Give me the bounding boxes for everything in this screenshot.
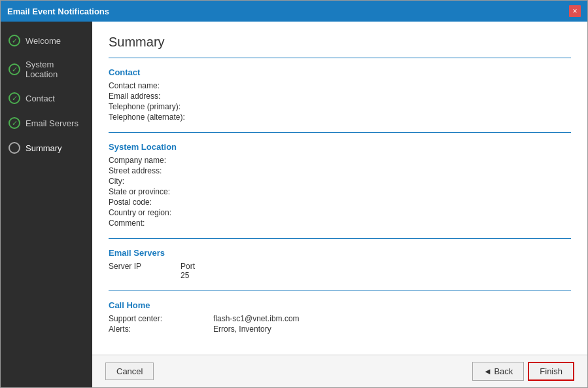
dialog: Email Event Notifications × ✓ Welcome ✓ … — [0, 0, 588, 388]
email-address-label: Email address: — [109, 92, 213, 101]
page-title: Summary — [109, 35, 571, 50]
sidebar-item-welcome-label: Welcome — [26, 36, 61, 46]
contact-section: Contact Contact name: Email address: Tel… — [109, 67, 571, 122]
system-location-section: System Location Company name: Street add… — [109, 142, 571, 228]
country-label: Country or region: — [109, 208, 213, 217]
sidebar-item-contact[interactable]: ✓ Contact — [1, 86, 92, 111]
system-location-status-icon: ✓ — [9, 63, 20, 75]
sidebar: ✓ Welcome ✓ System Location ✓ Contact ✓ … — [1, 22, 92, 387]
system-location-divider — [109, 238, 571, 239]
sidebar-item-summary[interactable]: Summary — [1, 135, 92, 160]
telephone-primary-row: Telephone (primary): — [109, 102, 571, 111]
state-label: State or province: — [109, 187, 213, 196]
support-center-label: Support center: — [109, 314, 213, 323]
email-address-row: Email address: — [109, 92, 571, 101]
street-address-label: Street address: — [109, 166, 213, 175]
city-label: City: — [109, 177, 213, 186]
port-value: 25 — [181, 271, 195, 280]
back-button[interactable]: ◄ Back — [472, 362, 524, 381]
contact-section-title: Contact — [109, 67, 571, 77]
contact-status-icon: ✓ — [9, 92, 20, 104]
contact-divider — [109, 132, 571, 133]
close-button[interactable]: × — [569, 5, 581, 17]
content-area: Summary Contact Contact name: Email addr… — [92, 22, 587, 355]
sidebar-item-system-location[interactable]: ✓ System Location — [1, 53, 92, 86]
dialog-title: Email Event Notifications — [7, 7, 109, 16]
alerts-value: Errors, Inventory — [213, 325, 271, 334]
support-center-value: flash-sc1@vnet.ibm.com — [213, 314, 300, 323]
country-row: Country or region: — [109, 208, 571, 217]
email-server-header-row: Server IP Port 25 — [109, 262, 571, 280]
alerts-label: Alerts: — [109, 325, 213, 334]
summary-status-icon — [9, 142, 20, 154]
dialog-body: ✓ Welcome ✓ System Location ✓ Contact ✓ … — [1, 22, 587, 387]
sidebar-item-welcome[interactable]: ✓ Welcome — [1, 28, 92, 53]
state-row: State or province: — [109, 187, 571, 196]
footer-right-buttons: ◄ Back Finish — [472, 362, 574, 381]
telephone-alternate-row: Telephone (alternate): — [109, 113, 571, 122]
sidebar-item-email-servers[interactable]: ✓ Email Servers — [1, 111, 92, 135]
title-bar: Email Event Notifications × — [1, 1, 587, 22]
comment-label: Comment: — [109, 219, 213, 228]
email-servers-divider — [109, 291, 571, 291]
email-servers-section: Email Servers Server IP Port 25 — [109, 248, 571, 280]
alerts-row: Alerts: Errors, Inventory — [109, 325, 571, 334]
city-row: City: — [109, 177, 571, 186]
contact-name-label: Contact name: — [109, 81, 213, 90]
company-name-label: Company name: — [109, 156, 213, 165]
comment-row: Comment: — [109, 219, 571, 228]
call-home-section-title: Call Home — [109, 300, 571, 310]
cancel-button[interactable]: Cancel — [105, 362, 154, 380]
main-content: Summary Contact Contact name: Email addr… — [92, 22, 587, 387]
call-home-section: Call Home Support center: flash-sc1@vnet… — [109, 300, 571, 334]
system-location-section-title: System Location — [109, 142, 571, 152]
company-name-row: Company name: — [109, 156, 571, 165]
sidebar-item-summary-label: Summary — [26, 143, 62, 153]
email-servers-section-title: Email Servers — [109, 248, 571, 258]
postal-code-label: Postal code: — [109, 198, 213, 207]
footer: Cancel ◄ Back Finish — [92, 355, 587, 387]
finish-button[interactable]: Finish — [528, 362, 574, 381]
sidebar-item-email-servers-label: Email Servers — [26, 118, 78, 128]
sidebar-item-contact-label: Contact — [26, 94, 55, 103]
support-center-row: Support center: flash-sc1@vnet.ibm.com — [109, 314, 571, 323]
postal-code-row: Postal code: — [109, 198, 571, 207]
port-col: Port 25 — [181, 262, 195, 280]
contact-name-row: Contact name: — [109, 81, 571, 90]
server-ip-col: Server IP — [109, 262, 141, 280]
port-header: Port — [181, 262, 195, 271]
sidebar-item-system-location-label: System Location — [26, 60, 84, 79]
email-servers-status-icon: ✓ — [9, 117, 20, 129]
server-ip-header: Server IP — [109, 262, 141, 271]
top-divider — [109, 58, 571, 58]
street-address-row: Street address: — [109, 166, 571, 175]
telephone-primary-label: Telephone (primary): — [109, 102, 213, 111]
telephone-alternate-label: Telephone (alternate): — [109, 113, 213, 122]
welcome-status-icon: ✓ — [9, 35, 20, 46]
